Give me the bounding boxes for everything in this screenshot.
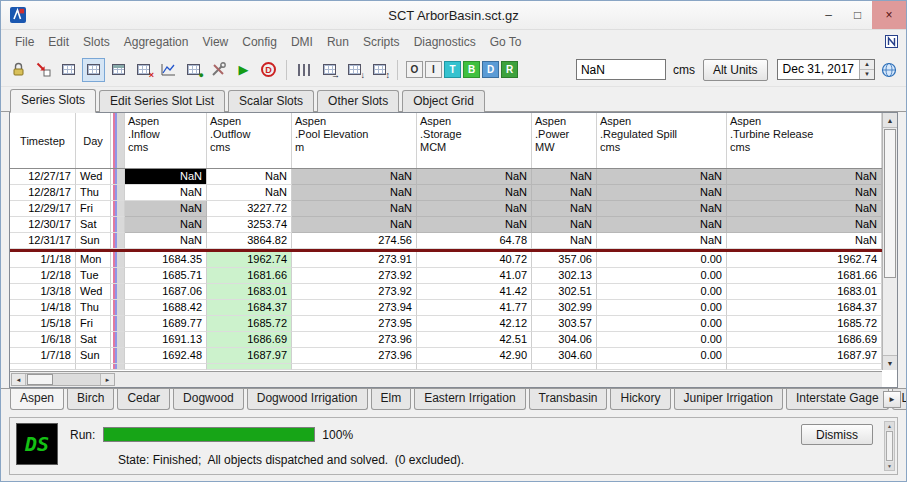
tab-edit-series-slot-list[interactable]: Edit Series Slot List (99, 90, 225, 112)
value-cell[interactable]: NaN (532, 201, 597, 217)
series-display-icon[interactable] (82, 58, 105, 82)
column-header-aspen-regulated-spill[interactable]: Aspen.Regulated Spillcms (597, 113, 727, 168)
value-cell[interactable]: 0.00 (597, 268, 727, 284)
column-header-aspen-inflow[interactable]: Aspen.Inflowcms (125, 113, 207, 168)
aggregate-expand-icon[interactable]: ↕ (368, 58, 391, 82)
scroll-down-icon[interactable]: ▼ (883, 355, 897, 370)
day-cell[interactable]: Thu (76, 300, 111, 316)
timestep-cell[interactable]: 12/30/17 (10, 217, 76, 233)
menu-item-slots[interactable]: Slots (76, 33, 117, 51)
value-cell[interactable]: 1962.74 (727, 252, 882, 268)
object-tab-eastern-irrigation[interactable]: Eastern Irrigation (414, 388, 525, 410)
value-cell[interactable]: NaN (727, 201, 882, 217)
menu-item-view[interactable]: View (195, 33, 235, 51)
menu-item-dmi[interactable]: DMI (284, 33, 320, 51)
menu-item-diagnostics[interactable]: Diagnostics (407, 33, 483, 51)
status-scroll-down-icon[interactable]: ▼ (885, 462, 894, 470)
value-cell[interactable]: 1962.74 (207, 252, 292, 268)
timestep-cell[interactable]: 1/7/18 (10, 348, 76, 364)
value-cell[interactable]: 41.77 (417, 300, 532, 316)
value-cell[interactable]: NaN (727, 169, 882, 185)
value-cell[interactable]: 1687.06 (125, 284, 207, 300)
column-header-aspen-outflow[interactable]: Aspen.Outflowcms (207, 113, 292, 168)
object-tab-hickory[interactable]: Hickory (610, 388, 670, 410)
object-tab-dogwood-irrigation[interactable]: Dogwood Irrigation (247, 388, 368, 410)
status-scrollbar[interactable]: ▲ ▼ (884, 421, 895, 471)
object-tab-elm[interactable]: Elm (371, 388, 412, 410)
value-cell[interactable]: 273.91 (292, 252, 417, 268)
value-cell[interactable]: 1685.71 (125, 268, 207, 284)
value-cell[interactable]: NaN (292, 169, 417, 185)
column-header-aspen-storage[interactable]: Aspen.StorageMCM (417, 113, 532, 168)
value-cell[interactable]: NaN (597, 201, 727, 217)
value-cell[interactable]: NaN (125, 201, 207, 217)
flag-b-button[interactable]: B (463, 61, 480, 78)
timestep-cell[interactable]: 1/3/18 (10, 284, 76, 300)
value-cell[interactable]: NaN (292, 201, 417, 217)
menu-item-go-to[interactable]: Go To (483, 33, 529, 51)
config-tools-icon[interactable] (207, 58, 230, 82)
value-cell[interactable]: NaN (292, 185, 417, 201)
day-cell[interactable]: Fri (76, 316, 111, 332)
notebook-icon[interactable] (884, 34, 899, 49)
value-cell[interactable]: 302.51 (532, 284, 597, 300)
value-cell[interactable]: 3227.72 (207, 201, 292, 217)
value-cell[interactable]: 273.96 (292, 332, 417, 348)
tab-scalar-slots[interactable]: Scalar Slots (228, 90, 314, 112)
value-cell[interactable]: 0.00 (597, 348, 727, 364)
spin-up-icon[interactable]: ▲ (860, 60, 874, 70)
aggregate-right-icon[interactable]: → (318, 58, 341, 82)
value-cell[interactable]: 0.00 (597, 332, 727, 348)
value-cell[interactable]: 303.57 (532, 316, 597, 332)
value-cell[interactable]: 0.00 (597, 300, 727, 316)
minimize-button[interactable]: – (814, 1, 843, 29)
value-cell[interactable]: NaN (532, 233, 597, 249)
flag-o-button[interactable]: O (406, 61, 423, 78)
value-cell[interactable]: 1684.37 (727, 300, 882, 316)
object-tab-birch[interactable]: Birch (67, 388, 114, 410)
flag-r-button[interactable]: R (501, 61, 518, 78)
value-cell[interactable]: 1684.35 (125, 252, 207, 268)
value-cell[interactable]: NaN (532, 185, 597, 201)
timestep-cell[interactable]: 12/29/17 (10, 201, 76, 217)
timestep-cell[interactable]: 1/1/18 (10, 252, 76, 268)
menu-item-edit[interactable]: Edit (41, 33, 76, 51)
summary-table-icon[interactable] (107, 58, 130, 82)
day-cell[interactable]: Sun (76, 348, 111, 364)
timestep-cell[interactable]: 1/2/18 (10, 268, 76, 284)
aggregate-down-icon[interactable]: ↓ (343, 58, 366, 82)
value-cell[interactable]: NaN (207, 169, 292, 185)
day-cell[interactable]: Mon (76, 252, 111, 268)
date-selector[interactable]: Dec 31, 2017 ▲ ▼ (777, 59, 875, 80)
column-header-aspen-turbine-release[interactable]: Aspen.Turbine Releasecms (727, 113, 882, 168)
value-cell[interactable]: 273.94 (292, 300, 417, 316)
value-cell[interactable]: NaN (532, 217, 597, 233)
value-cell[interactable]: NaN (125, 217, 207, 233)
day-cell[interactable]: Wed (76, 169, 111, 185)
value-cell[interactable]: 1687.97 (727, 348, 882, 364)
value-cell[interactable]: 0.00 (597, 284, 727, 300)
object-tab-cedar[interactable]: Cedar (117, 388, 170, 410)
horizontal-scrollbar[interactable]: ◄ ► (11, 373, 115, 386)
value-cell[interactable]: 1685.72 (207, 316, 292, 332)
scroll-up-icon[interactable]: ▲ (883, 113, 897, 128)
value-cell[interactable]: 1686.69 (207, 332, 292, 348)
object-tab-dogwood[interactable]: Dogwood (173, 388, 244, 410)
value-cell[interactable]: 0.00 (597, 316, 727, 332)
value-cell[interactable]: 42.12 (417, 316, 532, 332)
value-cell[interactable]: NaN (417, 201, 532, 217)
value-cell[interactable]: 41.07 (417, 268, 532, 284)
value-cell[interactable]: NaN (597, 233, 727, 249)
value-cell[interactable]: 1686.69 (727, 332, 882, 348)
day-cell[interactable]: Sat (76, 332, 111, 348)
column-header-day[interactable]: Day (76, 113, 111, 168)
value-cell[interactable]: 273.95 (292, 316, 417, 332)
value-cell[interactable]: NaN (207, 185, 292, 201)
object-tab-transbasin[interactable]: Transbasin (529, 388, 608, 410)
column-bars-icon[interactable] (293, 58, 316, 82)
timestep-cell[interactable]: 1/6/18 (10, 332, 76, 348)
adjust-values-icon[interactable] (57, 58, 80, 82)
value-cell[interactable]: 41.42 (417, 284, 532, 300)
column-header-timestep[interactable]: Timestep (10, 113, 76, 168)
value-cell[interactable]: NaN (597, 217, 727, 233)
